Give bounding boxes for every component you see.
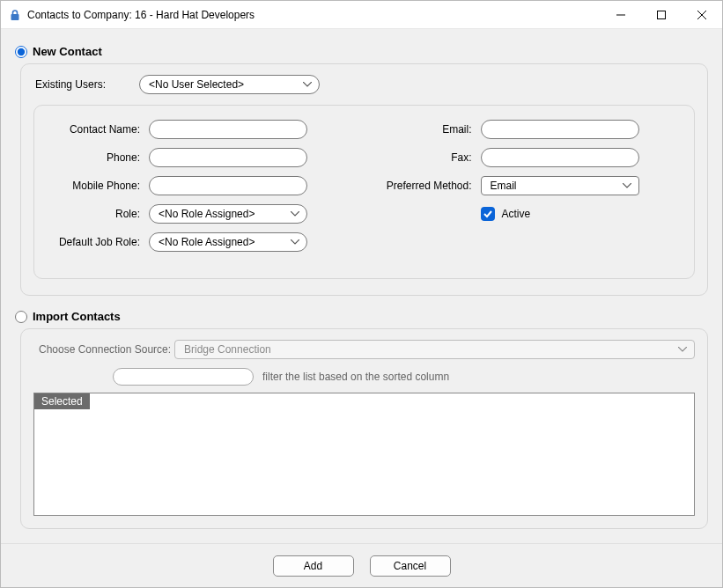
phone-label: Phone: — [50, 151, 149, 164]
add-button[interactable]: Add — [273, 555, 354, 577]
chevron-down-icon — [291, 211, 299, 217]
preferred-method-label: Preferred Method: — [382, 180, 481, 192]
mobile-label: Mobile Phone: — [50, 180, 149, 192]
content-area: New Contact Existing Users: <No User Sel… — [1, 29, 722, 543]
default-job-role-label: Default Job Role: — [50, 236, 149, 248]
email-input[interactable] — [481, 120, 639, 139]
mode-new-contact-row: New Contact — [15, 45, 708, 58]
chevron-down-icon — [678, 347, 687, 352]
cancel-button[interactable]: Cancel — [370, 555, 451, 577]
window-title: Contacts to Company: 16 - Hard Hat Devel… — [27, 9, 601, 21]
radio-new-contact-label: New Contact — [33, 45, 102, 58]
email-label: Email: — [382, 123, 481, 136]
default-job-role-value: <No Role Assigned> — [159, 236, 287, 248]
chevron-down-icon — [623, 183, 631, 188]
svg-rect-2 — [658, 11, 666, 18]
role-label: Role: — [50, 208, 149, 220]
active-checkbox[interactable] — [481, 207, 495, 221]
phone-input[interactable] — [149, 148, 307, 167]
grid-header: Selected — [34, 393, 694, 409]
filter-input[interactable] — [113, 368, 254, 386]
existing-users-label: Existing Users: — [33, 78, 139, 91]
close-button[interactable] — [682, 1, 722, 28]
existing-users-select[interactable]: <No User Selected> — [139, 75, 320, 94]
contact-name-label: Contact Name: — [50, 123, 149, 136]
fax-label: Fax: — [382, 151, 481, 164]
mode-import-row: Import Contacts — [15, 310, 708, 323]
active-label: Active — [502, 208, 531, 220]
active-row: Active — [481, 207, 531, 221]
minimize-button[interactable] — [601, 1, 641, 28]
chevron-down-icon — [291, 239, 299, 245]
role-select[interactable]: <No Role Assigned> — [149, 204, 307, 224]
filter-hint: filter the list based on the sorted colu… — [262, 371, 449, 383]
chevron-down-icon — [303, 82, 312, 87]
contacts-grid[interactable]: Selected — [33, 393, 695, 516]
radio-import-contacts[interactable] — [15, 311, 27, 323]
mobile-input[interactable] — [149, 176, 307, 195]
radio-new-contact[interactable] — [15, 46, 27, 58]
contact-name-input[interactable] — [149, 120, 307, 139]
radio-import-label: Import Contacts — [33, 310, 121, 323]
titlebar: Contacts to Company: 16 - Hard Hat Devel… — [1, 1, 722, 29]
maximize-button[interactable] — [641, 1, 682, 28]
new-contact-panel: Existing Users: <No User Selected> Conta… — [20, 63, 708, 296]
fields-left-col: Contact Name: Phone: Mobile Phone: Role: — [50, 120, 347, 261]
existing-users-value: <No User Selected> — [149, 78, 299, 91]
connection-source-select[interactable]: Bridge Connection — [174, 340, 695, 359]
existing-users-row: Existing Users: <No User Selected> — [33, 75, 695, 94]
default-job-role-select[interactable]: <No Role Assigned> — [149, 232, 307, 252]
lock-icon — [8, 8, 22, 22]
connection-source-value: Bridge Connection — [184, 343, 271, 356]
svg-rect-0 — [11, 14, 19, 20]
footer-buttons: Add Cancel — [1, 543, 722, 587]
preferred-method-value: Email — [491, 180, 619, 192]
preferred-method-select[interactable]: Email — [481, 176, 639, 195]
fax-input[interactable] — [481, 148, 639, 167]
connection-source-label: Choose Connection Source: — [33, 343, 174, 356]
grid-col-selected[interactable]: Selected — [34, 393, 91, 409]
fields-right-col: Email: Fax: Preferred Method: Email — [382, 120, 679, 261]
contact-fields-panel: Contact Name: Phone: Mobile Phone: Role: — [33, 105, 695, 279]
import-panel: Choose Connection Source: Bridge Connect… — [20, 328, 708, 529]
dialog-window: Contacts to Company: 16 - Hard Hat Devel… — [0, 0, 723, 588]
connection-source-row: Choose Connection Source: Bridge Connect… — [33, 340, 695, 359]
filter-row: filter the list based on the sorted colu… — [33, 368, 695, 386]
role-value: <No Role Assigned> — [159, 208, 287, 220]
